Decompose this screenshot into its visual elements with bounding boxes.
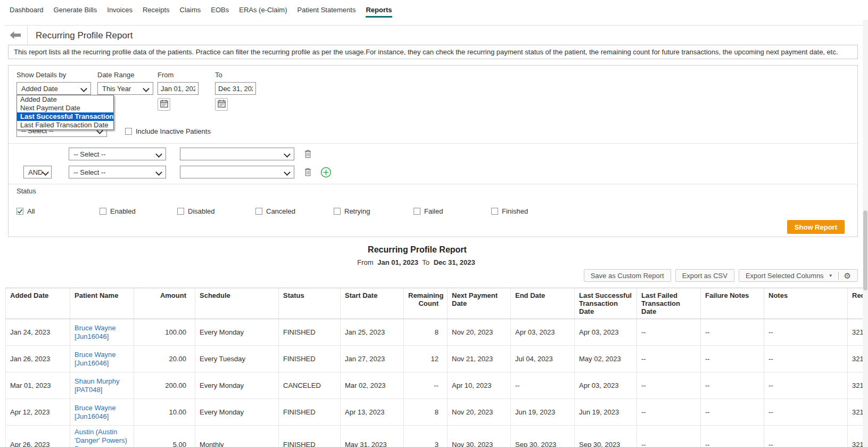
table-row: Mar 01, 2023Shaun Murphy [PAT048]200.00E… bbox=[6, 372, 868, 399]
show-details-dropdown-list: Added DateNext Payment DateLast Successf… bbox=[16, 95, 114, 130]
nav-item-dashboard[interactable]: Dashboard bbox=[10, 6, 44, 16]
dropdown-option[interactable]: Last Failed Transaction Date bbox=[17, 121, 113, 129]
added_date-cell: Jan 24, 2023 bbox=[6, 319, 70, 346]
condition-1-delete-button[interactable] bbox=[304, 150, 311, 160]
nav-item-claims[interactable]: Claims bbox=[180, 6, 201, 16]
from-calendar-button[interactable] bbox=[158, 98, 170, 111]
condition-2-value-select[interactable] bbox=[180, 166, 294, 178]
table-header-row: Added DatePatient NameAmountScheduleStat… bbox=[6, 288, 868, 319]
added_date-cell: Jan 26, 2023 bbox=[6, 346, 70, 372]
end_date-cell: Jun 19, 2023 bbox=[511, 399, 575, 426]
start_date-cell: Jan 25, 2023 bbox=[341, 319, 404, 346]
column-header-last_success: Last Successful Transaction Date bbox=[575, 288, 637, 319]
notes-cell: -- bbox=[764, 319, 848, 346]
amount-cell: 200.00 bbox=[134, 372, 195, 399]
nav-item-patient-statements[interactable]: Patient Statements bbox=[297, 6, 356, 16]
table-row: Apr 12, 2023Bruce Wayne [Jun16046]10.00E… bbox=[6, 399, 868, 426]
to-date-input[interactable] bbox=[215, 82, 256, 95]
status-checkbox-enabled[interactable]: Enabled bbox=[100, 207, 136, 215]
end_date-cell: Apr 03, 2023 bbox=[511, 319, 575, 346]
last_success-cell: Jun 19, 2023 bbox=[575, 399, 637, 426]
chevron-down-icon bbox=[284, 151, 291, 158]
schedule-cell: Monthly bbox=[195, 426, 279, 447]
condition-1-value-select[interactable] bbox=[180, 148, 294, 160]
chevron-down-icon bbox=[42, 169, 49, 176]
amount-cell: 20.00 bbox=[134, 346, 195, 372]
dropdown-option[interactable]: Last Successful Transaction Date bbox=[17, 112, 113, 121]
column-header-next_payment: Next Payment Date bbox=[448, 288, 511, 319]
dropdown-option[interactable]: Added Date bbox=[17, 95, 113, 104]
add-condition-button[interactable] bbox=[320, 167, 332, 180]
status-checkbox-retrying[interactable]: Retrying bbox=[334, 207, 370, 215]
show-report-button[interactable]: Show Report bbox=[787, 220, 845, 234]
chevron-down-icon bbox=[143, 85, 150, 92]
export-as-csv-button[interactable]: Export as CSV bbox=[675, 269, 734, 282]
condition-2-logic-select[interactable]: AND bbox=[23, 166, 52, 178]
from-date-input[interactable] bbox=[158, 82, 199, 95]
last_failed-cell: -- bbox=[637, 346, 701, 372]
condition-1-field-select[interactable]: -- Select -- bbox=[69, 148, 166, 160]
patient-link[interactable]: Bruce Wayne [Jun16046] bbox=[75, 404, 116, 420]
end_date-cell: -- bbox=[511, 372, 575, 399]
next_payment-cell: Nov 21, 2023 bbox=[448, 346, 511, 372]
nav-item-invoices[interactable]: Invoices bbox=[107, 6, 133, 16]
added_date-cell: Apr 12, 2023 bbox=[6, 399, 70, 426]
to-calendar-button[interactable] bbox=[215, 98, 228, 111]
column-header-schedule: Schedule bbox=[195, 288, 279, 319]
column-header-added_date: Added Date bbox=[6, 288, 70, 319]
dropdown-option[interactable]: Next Payment Date bbox=[17, 104, 113, 112]
patient-link[interactable]: Austin (Austin 'Danger' Powers) Powers [… bbox=[75, 428, 127, 447]
checkbox-checked-icon bbox=[16, 208, 23, 215]
report-description: This report lists all the recurring prof… bbox=[8, 45, 858, 59]
status-checkbox-finished[interactable]: Finished bbox=[491, 207, 528, 215]
trash-icon bbox=[304, 150, 311, 160]
nav-item-receipts[interactable]: Receipts bbox=[143, 6, 170, 16]
end_date-cell: Jul 04, 2023 bbox=[511, 346, 575, 372]
start_date-cell: May 31, 2023 bbox=[341, 426, 404, 447]
date-range-select[interactable]: This Year bbox=[97, 82, 153, 95]
gear-icon[interactable]: ⚙ bbox=[844, 272, 851, 280]
export-selected-columns-button[interactable]: Export Selected Columns ▼ ⚙ bbox=[739, 269, 858, 282]
save-as-custom-report-button[interactable]: Save as Custom Report bbox=[584, 269, 671, 282]
vertical-scrollbar-track[interactable] bbox=[863, 20, 868, 447]
remaining-cell: 3 bbox=[404, 426, 448, 447]
column-header-remaining: Remaining Count bbox=[404, 288, 448, 319]
last_success-cell: Apr 03, 2023 bbox=[575, 372, 637, 399]
show-details-by-select[interactable]: Added Date bbox=[16, 82, 91, 95]
include-inactive-checkbox[interactable]: Include Inactive Patients bbox=[125, 127, 211, 135]
nav-item-eobs[interactable]: EOBs bbox=[211, 6, 229, 16]
status-checkbox-canceled[interactable]: Canceled bbox=[255, 207, 295, 215]
last_failed-cell: -- bbox=[637, 399, 701, 426]
table-row: Apr 26, 2023Austin (Austin 'Danger' Powe… bbox=[6, 426, 868, 447]
separator bbox=[9, 184, 857, 184]
condition-2-field-select[interactable]: -- Select -- bbox=[69, 166, 166, 178]
vertical-scrollbar-thumb[interactable] bbox=[863, 210, 867, 290]
patient-link[interactable]: Bruce Wayne [Jun16046] bbox=[75, 351, 116, 367]
status-checkbox-disabled[interactable]: Disabled bbox=[177, 207, 215, 215]
filter-panel: Show Details by Date Range From To Added… bbox=[8, 65, 858, 237]
checkbox-icon bbox=[255, 208, 262, 215]
status-checkbox-failed[interactable]: Failed bbox=[414, 207, 443, 215]
chevron-down-icon bbox=[284, 169, 291, 176]
column-header-notes: Notes bbox=[764, 288, 848, 319]
table-row: Jan 26, 2023Bruce Wayne [Jun16046]20.00E… bbox=[6, 346, 868, 372]
condition-2-delete-button[interactable] bbox=[304, 168, 311, 178]
last_failed-cell: -- bbox=[637, 426, 701, 447]
failure_notes-cell: -- bbox=[701, 399, 764, 426]
calendar-icon bbox=[218, 100, 226, 109]
schedule-cell: Every Monday bbox=[195, 319, 279, 346]
status-cell: CANCELED bbox=[279, 372, 341, 399]
patient-cell: Austin (Austin 'Danger' Powers) Powers [… bbox=[70, 426, 134, 447]
back-button[interactable] bbox=[10, 31, 21, 41]
status-checkbox-all[interactable]: All bbox=[16, 207, 35, 215]
notes-cell: -- bbox=[764, 399, 848, 426]
nav-item-generate-bills[interactable]: Generate Bills bbox=[54, 6, 97, 16]
nav-item-reports[interactable]: Reports bbox=[366, 6, 392, 18]
patient-link[interactable]: Bruce Wayne [Jun16046] bbox=[75, 324, 116, 340]
schedule-cell: Every Tuesday bbox=[195, 346, 279, 372]
patient-cell: Bruce Wayne [Jun16046] bbox=[70, 319, 134, 346]
nav-item-eras-e-claim[interactable]: ERAs (e-Claim) bbox=[239, 6, 287, 16]
remaining-cell: 8 bbox=[404, 319, 448, 346]
report-title: Recurring Profile Report bbox=[0, 245, 834, 255]
patient-link[interactable]: Shaun Murphy [PAT048] bbox=[75, 377, 120, 394]
